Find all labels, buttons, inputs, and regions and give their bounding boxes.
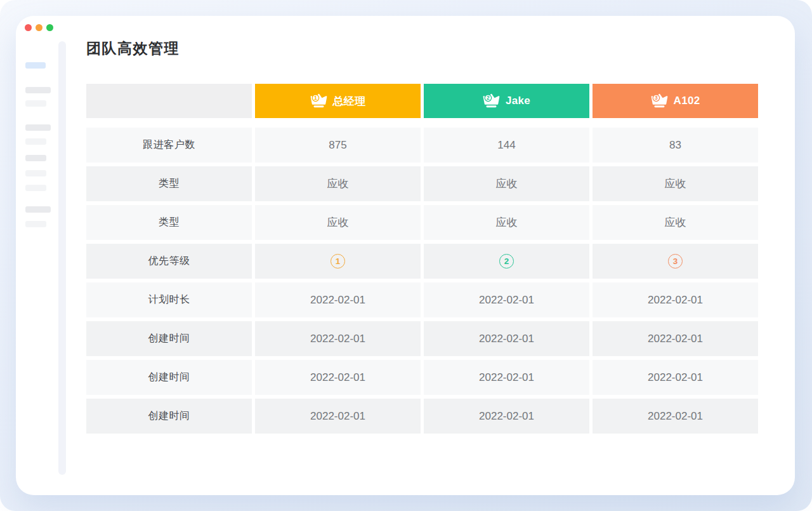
priority-2-badge: 2 bbox=[499, 254, 514, 269]
close-button[interactable] bbox=[25, 24, 32, 31]
row-label: 优先等级 bbox=[86, 244, 252, 279]
maximize-button[interactable] bbox=[46, 24, 53, 31]
row-label: 类型 bbox=[86, 205, 252, 240]
table-cell: 2022-02-01 bbox=[424, 360, 589, 395]
table-cell: 应收 bbox=[424, 205, 589, 240]
table-cell: 2022-02-01 bbox=[255, 321, 421, 356]
table-cell: 2 bbox=[424, 244, 589, 279]
header-label: A102 bbox=[674, 95, 700, 107]
table-row-created-time: 创建时间 2022-02-01 2022-02-01 2022-02-01 bbox=[86, 399, 758, 434]
table-header-row: 1 总经理 2 Jake bbox=[86, 84, 758, 118]
sidebar-item-placeholder[interactable] bbox=[25, 138, 46, 145]
window-controls bbox=[25, 24, 53, 31]
sidebar-divider bbox=[58, 41, 66, 475]
row-label: 类型 bbox=[86, 166, 252, 201]
table-cell: 应收 bbox=[593, 166, 758, 201]
table-row-created-time: 创建时间 2022-02-01 2022-02-01 2022-02-01 bbox=[86, 321, 758, 356]
minimize-button[interactable] bbox=[36, 24, 43, 31]
row-label: 创建时间 bbox=[86, 360, 252, 395]
table-header-rank-2: 2 Jake bbox=[424, 84, 589, 118]
page-title: 团队高效管理 bbox=[86, 39, 180, 58]
table-cell: 2022-02-01 bbox=[424, 282, 589, 317]
table-row-planned-duration: 计划时长 2022-02-01 2022-02-01 2022-02-01 bbox=[86, 282, 758, 317]
table-cell: 144 bbox=[424, 128, 589, 163]
browser-window: 团队高效管理 1 总经理 bbox=[16, 16, 795, 495]
table-cell: 2022-02-01 bbox=[255, 360, 421, 395]
sidebar-item-placeholder[interactable] bbox=[25, 100, 46, 107]
table-cell: 2022-02-01 bbox=[593, 282, 758, 317]
sidebar-item-placeholder[interactable] bbox=[25, 124, 51, 131]
sidebar-item-placeholder[interactable] bbox=[25, 221, 46, 227]
crown-rank-2-icon: 2 bbox=[483, 93, 500, 109]
table-cell: 3 bbox=[593, 244, 758, 279]
row-label: 创建时间 bbox=[86, 399, 252, 434]
sidebar-item-active[interactable] bbox=[25, 62, 46, 69]
row-label: 计划时长 bbox=[86, 282, 252, 317]
table-cell: 2022-02-01 bbox=[255, 399, 421, 434]
table-cell: 83 bbox=[593, 128, 758, 163]
table-cell: 875 bbox=[255, 128, 421, 163]
sidebar-item-placeholder[interactable] bbox=[25, 155, 46, 161]
table-cell: 2022-02-01 bbox=[424, 399, 589, 434]
header-label: 总经理 bbox=[333, 94, 366, 109]
crown-rank-3-icon: 3 bbox=[651, 93, 668, 109]
table-corner-cell bbox=[86, 84, 252, 118]
table-cell: 2022-02-01 bbox=[424, 321, 589, 356]
table-cell: 应收 bbox=[424, 166, 589, 201]
sidebar-item-placeholder[interactable] bbox=[25, 206, 51, 213]
sidebar-item-placeholder[interactable] bbox=[25, 170, 46, 176]
table-body: 跟进客户数 875 144 83 类型 应收 应收 应收 类型 应收 应收 应收 bbox=[86, 128, 758, 434]
table-header-rank-1: 1 总经理 bbox=[255, 84, 421, 118]
table-row-type: 类型 应收 应收 应收 bbox=[86, 166, 758, 201]
table-row-followed-customers: 跟进客户数 875 144 83 bbox=[86, 128, 758, 163]
table-cell: 应收 bbox=[593, 205, 758, 240]
page-background: 团队高效管理 1 总经理 bbox=[0, 0, 812, 511]
priority-1-badge: 1 bbox=[331, 254, 345, 269]
table-row-created-time: 创建时间 2022-02-01 2022-02-01 2022-02-01 bbox=[86, 360, 758, 395]
table-cell: 2022-02-01 bbox=[593, 399, 758, 434]
svg-text:1: 1 bbox=[314, 95, 317, 101]
table-cell: 应收 bbox=[255, 166, 421, 201]
table-cell: 1 bbox=[255, 244, 421, 279]
table-cell: 2022-02-01 bbox=[255, 282, 421, 317]
priority-3-badge: 3 bbox=[668, 254, 683, 269]
sidebar-item-placeholder[interactable] bbox=[25, 185, 46, 191]
table-row-priority: 优先等级 1 2 3 bbox=[86, 244, 758, 279]
svg-text:3: 3 bbox=[655, 95, 658, 101]
ranking-table: 1 总经理 2 Jake bbox=[86, 84, 758, 434]
table-cell: 2022-02-01 bbox=[593, 321, 758, 356]
table-header-rank-3: 3 A102 bbox=[593, 84, 758, 118]
table-cell: 应收 bbox=[255, 205, 421, 240]
crown-rank-1-icon: 1 bbox=[310, 93, 327, 109]
table-row-type: 类型 应收 应收 应收 bbox=[86, 205, 758, 240]
sidebar-item-placeholder[interactable] bbox=[25, 87, 51, 93]
table-cell: 2022-02-01 bbox=[593, 360, 758, 395]
row-label: 创建时间 bbox=[86, 321, 252, 356]
header-label: Jake bbox=[506, 95, 530, 107]
svg-text:2: 2 bbox=[487, 95, 490, 101]
row-label: 跟进客户数 bbox=[86, 128, 252, 163]
